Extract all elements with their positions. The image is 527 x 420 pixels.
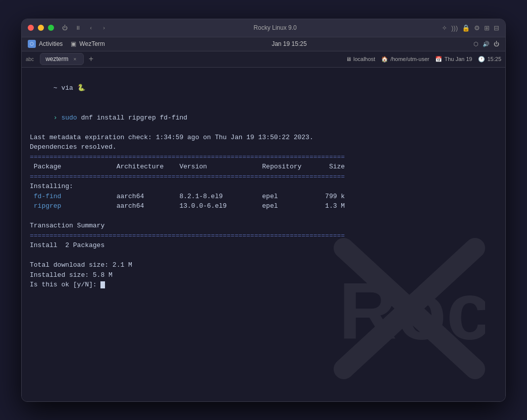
back-nav-icon[interactable]: ‹ bbox=[86, 23, 95, 32]
activities-icon: ⬡ bbox=[28, 40, 36, 48]
terminal-line-blank-2 bbox=[30, 251, 497, 261]
sound-icon: ))) bbox=[451, 24, 458, 32]
terminal-line-1: Last metadata expiration check: 1:34:59 … bbox=[30, 133, 497, 143]
title-bar-controls: ⏻ ⏸ ‹ › bbox=[60, 23, 109, 32]
pause-icon[interactable]: ⏸ bbox=[73, 23, 82, 32]
clock-icon: 🕐 bbox=[478, 56, 485, 63]
minimize-button[interactable] bbox=[38, 25, 44, 31]
wezterm-tab[interactable]: wezterm × bbox=[40, 53, 84, 65]
brightness-icon: ✧ bbox=[442, 24, 447, 32]
tab-prefix: abc bbox=[26, 56, 34, 62]
terminal-header-row: Package Architecture Version Repository … bbox=[30, 162, 497, 172]
terminal-separator-2: ========================================… bbox=[30, 172, 497, 182]
activities-label[interactable]: Activities bbox=[39, 40, 63, 47]
terminal-separator-1: ========================================… bbox=[30, 152, 497, 162]
window-title: Rocky Linux 9.0 bbox=[253, 24, 296, 31]
new-tab-button[interactable]: + bbox=[86, 54, 96, 64]
time-info: 🕐 15:25 bbox=[478, 56, 501, 63]
time-label: 15:25 bbox=[487, 56, 501, 62]
close-button[interactable] bbox=[28, 25, 34, 31]
path-info: 🏠 /home/utm-user bbox=[381, 56, 429, 63]
traffic-lights bbox=[28, 25, 54, 31]
power-status-icon[interactable]: ⏻ bbox=[494, 41, 499, 47]
system-bar-left: ⬡ Activities ▣ WezTerm bbox=[28, 40, 105, 48]
lock-icon: 🔒 bbox=[462, 24, 470, 32]
system-bar: ⬡ Activities ▣ WezTerm Jan 19 15:25 ⬡ 🔊 … bbox=[22, 37, 505, 51]
terminal-line-command: › sudo dnf install ripgrep fd-find bbox=[30, 103, 497, 133]
terminal-icon: ▣ bbox=[71, 40, 76, 47]
audio-icon[interactable]: 🔊 bbox=[483, 41, 490, 47]
settings-icon: ⚙ bbox=[474, 24, 480, 32]
terminal-cursor bbox=[100, 281, 105, 288]
terminal-line-download-size: Total download size: 2.1 M bbox=[30, 260, 497, 270]
host-label: localhost bbox=[353, 56, 375, 62]
minimize-icon: ⊟ bbox=[494, 24, 499, 32]
terminal-line-prompt-prefix: ~ via 🐍 bbox=[30, 74, 497, 103]
tab-bar: abc wezterm × + 🖥 localhost 🏠 /home/utm-… bbox=[22, 51, 505, 68]
datetime-display[interactable]: Jan 19 15:25 bbox=[272, 40, 306, 47]
terminal-line-ripgrep: ripgrep aarch64 13.0.0-6.el9 epel 1.3 M bbox=[30, 201, 497, 211]
host-icon: 🖥 bbox=[346, 56, 351, 62]
date-info: 📅 Thu Jan 19 bbox=[435, 56, 472, 63]
maximize-button[interactable] bbox=[48, 25, 54, 31]
system-bar-center: Jan 19 15:25 bbox=[105, 40, 473, 47]
folder-icon: 🏠 bbox=[381, 56, 388, 63]
terminal-line-installing: Installing: bbox=[30, 182, 497, 192]
terminal-separator-3: ========================================… bbox=[30, 231, 497, 241]
screen-icon: ⊞ bbox=[484, 24, 490, 32]
host-info: 🖥 localhost bbox=[346, 56, 375, 62]
terminal-line-blank-1 bbox=[30, 211, 497, 221]
app-label[interactable]: WezTerm bbox=[79, 40, 104, 47]
tab-close-button[interactable]: × bbox=[71, 55, 78, 63]
power-icon[interactable]: ⏻ bbox=[60, 23, 69, 32]
terminal-line-2: Dependencies resolved. bbox=[30, 142, 497, 152]
terminal-line-prompt[interactable]: Is this ok [y/N]: bbox=[30, 280, 497, 290]
calendar-icon: 📅 bbox=[435, 56, 442, 63]
system-bar-right: ⬡ 🔊 ⏻ bbox=[473, 41, 499, 47]
tab-label: wezterm bbox=[45, 55, 68, 63]
path-label: /home/utm-user bbox=[390, 56, 429, 62]
tab-status-bar: 🖥 localhost 🏠 /home/utm-user 📅 Thu Jan 1… bbox=[346, 56, 501, 63]
terminal-line-installed-size: Installed size: 5.8 M bbox=[30, 270, 497, 280]
main-window: ⏻ ⏸ ‹ › Rocky Linux 9.0 ✧ ))) 🔒 ⚙ ⊞ ⊟ ⬡ … bbox=[21, 19, 506, 402]
forward-nav-icon[interactable]: › bbox=[99, 23, 109, 32]
title-bar: ⏻ ⏸ ‹ › Rocky Linux 9.0 ✧ ))) 🔒 ⚙ ⊞ ⊟ bbox=[22, 19, 505, 37]
terminal-line-transaction-summary: Transaction Summary bbox=[30, 221, 497, 231]
title-bar-right: ✧ ))) 🔒 ⚙ ⊞ ⊟ bbox=[442, 24, 499, 32]
network-icon[interactable]: ⬡ bbox=[473, 41, 479, 47]
title-bar-center: Rocky Linux 9.0 bbox=[109, 24, 442, 31]
terminal-line-install-count: Install 2 Packages bbox=[30, 241, 497, 251]
date-label: Thu Jan 19 bbox=[444, 56, 472, 62]
terminal-line-fd-find: fd-find aarch64 8.2.1-8.el9 epel 799 k bbox=[30, 192, 497, 202]
terminal-content[interactable]: Rocky ~ via 🐍 › sudo dnf install ripgrep… bbox=[22, 68, 505, 401]
